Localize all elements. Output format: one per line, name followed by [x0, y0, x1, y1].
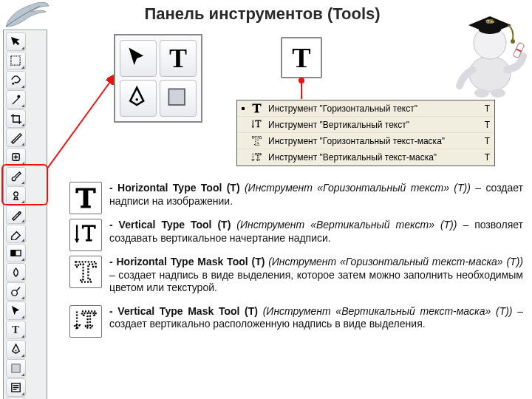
connector-line-1 [47, 74, 115, 170]
enlarged-shape [160, 80, 197, 117]
desc-v-type-mask: - Vertical Type Mask Tool (T) (Инструмен… [69, 305, 523, 338]
selected-dot-icon [242, 107, 245, 110]
eraser-tool[interactable] [6, 225, 26, 243]
history-brush-tool[interactable] [6, 205, 26, 224]
slice-tool[interactable] [6, 129, 26, 147]
connector-line-2 [301, 80, 302, 99]
dodge-tool[interactable] [6, 282, 26, 301]
v-type-mask-icon [69, 305, 102, 338]
dropdown-item-v-mask[interactable]: Инструмент "Вертикальный текст-маска" T [237, 149, 494, 166]
vertical-type-icon [250, 119, 262, 131]
desc-text: - Horizontal Type Tool (T) (Инструмент «… [109, 182, 523, 208]
crop-tool[interactable] [6, 109, 26, 128]
shortcut: T [478, 120, 490, 130]
desc-text: - Vertical Type Mask Tool (T) (Инструмен… [109, 305, 523, 331]
svg-point-25 [474, 89, 489, 98]
shortcut: T [478, 136, 490, 146]
desc-h-type-mask: - Horizontal Type Mask Tool (T) (Инструм… [69, 256, 523, 295]
path-selection-tool[interactable] [6, 301, 26, 320]
enlarged-path-select [120, 40, 157, 77]
type-tool-dropdown: Инструмент "Горизонтальный текст" T Инст… [236, 100, 495, 166]
brush-tool[interactable] [6, 167, 26, 185]
lasso-tool[interactable] [6, 71, 26, 89]
page-title: Панель инструментов (Tools) [81, 4, 443, 24]
h-type-mask-icon [250, 135, 262, 147]
enlarged-tool-group: T [114, 34, 202, 123]
shape-tool[interactable] [6, 359, 26, 378]
svg-point-18 [469, 56, 511, 92]
tools-panel: T ⇄ [3, 30, 47, 399]
shortcut: T [478, 103, 490, 114]
dropdown-item-h-type[interactable]: Инструмент "Горизонтальный текст" T [237, 100, 494, 117]
marquee-tool[interactable] [6, 52, 26, 70]
horizontal-type-icon [250, 103, 262, 115]
horizontal-type-icon [69, 182, 102, 214]
gradient-tool[interactable] [6, 244, 26, 262]
blur-tool[interactable] [6, 263, 26, 282]
vertical-type-icon [69, 219, 102, 251]
dropdown-label: Инструмент "Вертикальный текст" [268, 120, 472, 130]
enlarged-type: T [160, 40, 197, 77]
dropdown-item-v-type[interactable]: Инструмент "Вертикальный текст" T [237, 117, 494, 133]
magic-wand-tool[interactable] [6, 90, 26, 109]
svg-line-17 [47, 77, 114, 168]
desc-text: - Horizontal Type Mask Tool (T) (Инструм… [109, 256, 523, 295]
notes-tool[interactable] [6, 378, 26, 397]
app-logo-feather [3, 1, 52, 28]
dropdown-label: Инструмент "Горизонтальный текст-маска" [268, 136, 472, 146]
svg-point-26 [491, 89, 505, 98]
desc-vertical-type: - Vertical Type Tool (T) (Инструмент «Ве… [69, 219, 523, 251]
mascot-graduate: 77 mi [451, 1, 529, 99]
mascot-badge: 77 mi [485, 19, 494, 24]
v-type-mask-icon [250, 151, 262, 163]
dropdown-item-h-mask[interactable]: Инструмент "Горизонтальный текст-маска" … [237, 133, 494, 149]
enlarged-pen [120, 80, 157, 117]
desc-horizontal-type: - Horizontal Type Tool (T) (Инструмент «… [69, 182, 523, 214]
move-tool[interactable] [6, 33, 26, 51]
svg-point-24 [511, 39, 515, 44]
tool-descriptions: - Horizontal Type Tool (T) (Инструмент «… [69, 182, 523, 342]
h-type-mask-icon [69, 256, 102, 288]
desc-text: - Vertical Type Tool (T) (Инструмент «Ве… [109, 219, 523, 245]
healing-tool[interactable] [6, 148, 26, 166]
dropdown-label: Инструмент "Горизонтальный текст" [268, 103, 472, 114]
stamp-tool[interactable] [6, 186, 26, 205]
type-tool-preview: T [281, 37, 322, 78]
shortcut: T [478, 152, 490, 163]
type-tool[interactable]: T [6, 321, 26, 339]
pen-tool[interactable] [6, 340, 26, 358]
dropdown-label: Инструмент "Вертикальный текст-маска" [268, 152, 472, 163]
